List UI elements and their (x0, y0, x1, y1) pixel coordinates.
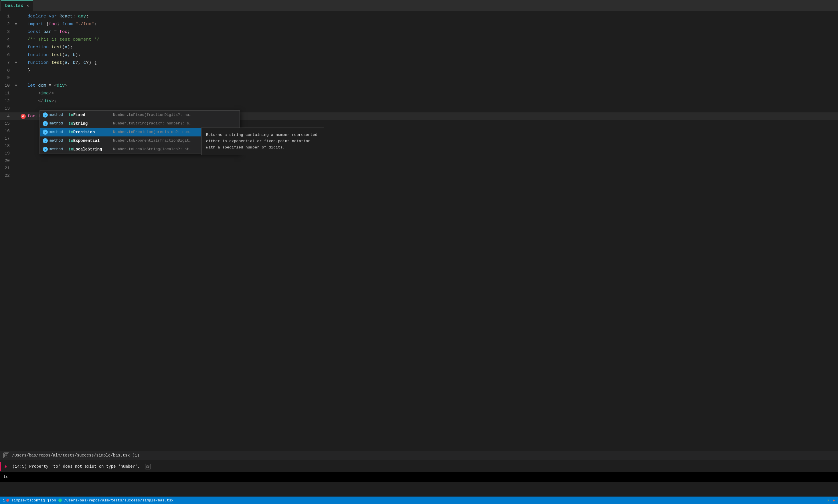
status-bar: 1 simple/tsconfig.json /Users/bas/repos/… (0, 497, 838, 504)
code-line: 11 <img/> (0, 90, 838, 97)
line-content: function test(a); (28, 43, 832, 51)
line-number: 15 (0, 120, 15, 128)
autocomplete-item[interactable]: m method toFixed Number.toFixed(fraction… (40, 111, 240, 119)
line-number: 20 (0, 157, 15, 165)
line-number: 2 (0, 21, 15, 28)
line-content: } (28, 67, 832, 74)
svg-text:m: m (45, 140, 46, 142)
autocomplete-item[interactable]: m method toString Number.toString(radix?… (40, 119, 240, 128)
item-name: toString (68, 120, 111, 127)
line-content: let dom = <div> (28, 82, 832, 89)
tooltip-popup: Returns a string containing a number rep… (201, 128, 324, 155)
editor-tab[interactable]: bas.tsx × (1, 0, 33, 11)
line-number: 13 (0, 105, 15, 112)
code-area: 1declare var React: any;2▼import {foo} f… (0, 11, 838, 181)
line-content: function test(a, b?, c?) { (28, 59, 832, 66)
line-number: 16 (0, 128, 15, 135)
code-line: 20 (0, 157, 838, 165)
panel-search-input[interactable] (0, 472, 838, 482)
method-icon: m (42, 112, 48, 118)
status-right: ⚡ ✱ (826, 498, 835, 503)
tab-label: bas.tsx (5, 3, 23, 8)
code-line: 12 </div>; (0, 97, 838, 105)
code-line: 4/** This is test comment */ (0, 36, 838, 43)
item-signature: Number.toFixed(fractionDigits?: number):… (113, 111, 193, 119)
panel-file-icon (3, 452, 9, 458)
fold-arrow[interactable]: ▼ (15, 59, 21, 67)
code-line: 7▼function test(a, b?, c?) { (0, 59, 838, 67)
line-content: import {foo} from "./foo"; (28, 20, 832, 28)
panel-copy-button[interactable] (145, 464, 151, 469)
svg-rect-11 (146, 466, 149, 468)
line-number: 1 (0, 13, 15, 20)
line-number: 9 (0, 74, 15, 82)
code-line: 8} (0, 67, 838, 74)
line-number: 22 (0, 172, 15, 180)
method-icon: m (42, 121, 48, 126)
code-line: 5function test(a); (0, 43, 838, 51)
editor-container: 1declare var React: any;2▼import {foo} f… (0, 11, 838, 497)
panel-header: /Users/bas/repos/alm/tests/success/simpl… (0, 451, 838, 460)
status-file-label: simple/tsconfig.json (12, 498, 56, 503)
method-icon: m (42, 130, 48, 135)
svg-text:m: m (45, 131, 46, 133)
item-kind: method (50, 111, 67, 119)
status-error-dot (6, 499, 9, 502)
line-number: 7 (0, 59, 15, 67)
fold-arrow[interactable]: ▼ (15, 21, 21, 28)
status-left: 1 simple/tsconfig.json /Users/bas/repos/… (3, 498, 173, 503)
bottom-panel: /Users/bas/repos/alm/tests/success/simpl… (0, 451, 838, 497)
item-signature: Number.toString(radix?: number): string (113, 120, 193, 127)
line-content: const bar = foo; (28, 28, 832, 35)
item-name: toFixed (68, 111, 111, 119)
line-number: 14 (0, 113, 15, 120)
line-number: 4 (0, 36, 15, 43)
line-number: 11 (0, 90, 15, 97)
line-content: <img/> (28, 90, 832, 97)
item-signature: Number.toPrecision(precision?: number): … (113, 129, 193, 136)
panel-error-text: (14:5) Property 'to' does not exist on t… (10, 464, 140, 469)
item-kind: method (50, 129, 67, 136)
svg-text:m: m (45, 123, 46, 125)
line-number: 10 (0, 82, 15, 90)
line-number: 8 (0, 67, 15, 74)
line-number: 12 (0, 97, 15, 105)
item-kind: method (50, 137, 67, 144)
svg-text:m: m (45, 114, 46, 116)
item-name: toExponential (68, 137, 111, 144)
status-error-badge: 1 (3, 498, 9, 503)
star-icon: ✱ (833, 498, 835, 503)
line-content: /** This is test comment */ (28, 36, 832, 43)
svg-text:m: m (45, 148, 46, 151)
code-line: 3const bar = foo; (0, 28, 838, 36)
tab-bar: bas.tsx × (0, 0, 838, 11)
line-number: 17 (0, 135, 15, 142)
code-line: 2▼import {foo} from "./foo"; (0, 20, 838, 28)
code-line: 21 (0, 165, 838, 172)
line-number: 18 (0, 142, 15, 150)
editor[interactable]: 1declare var React: any;2▼import {foo} f… (0, 11, 838, 451)
line-content: declare var React: any; (28, 13, 832, 20)
method-icon: m (42, 138, 48, 143)
item-signature: Number.toLocaleString(locales?: string[]… (113, 146, 193, 153)
item-kind: method (50, 146, 67, 153)
fold-arrow[interactable]: ▼ (15, 82, 21, 90)
line-content: </div>; (28, 97, 832, 105)
status-green-dot (58, 499, 62, 502)
code-line: 6function test(a, b); (0, 51, 838, 59)
bolt-icon: ⚡ (826, 498, 829, 503)
line-number: 19 (0, 150, 15, 157)
line-number: 5 (0, 44, 15, 51)
svg-rect-12 (147, 465, 149, 467)
line-number: 21 (0, 165, 15, 172)
line-content: function test(a, b); (28, 51, 832, 59)
method-icon: m (42, 147, 48, 152)
status-error-count: 1 (3, 498, 5, 503)
tab-close-button[interactable]: × (27, 4, 29, 8)
item-name: toPrecision (68, 129, 111, 136)
code-line: 1declare var React: any; (0, 13, 838, 20)
code-line: 22 (0, 172, 838, 180)
item-signature: Number.toExponential(fractionDigits?: nu… (113, 137, 193, 144)
item-kind: method (50, 120, 67, 127)
item-name: toLocaleString (68, 146, 111, 153)
